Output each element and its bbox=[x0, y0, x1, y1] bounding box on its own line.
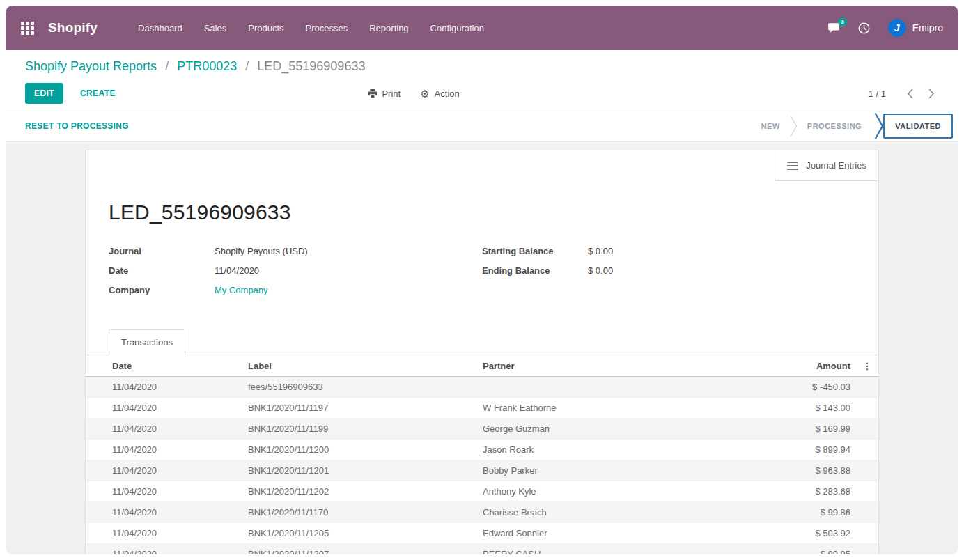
row-spacer-cell bbox=[856, 440, 878, 460]
cell-date: 11/04/2020 bbox=[86, 460, 242, 481]
cell-amount: $ 283.68 bbox=[724, 481, 856, 502]
tab-transactions[interactable]: Transactions bbox=[109, 329, 185, 355]
journal-field-label: Journal bbox=[109, 246, 215, 257]
cell-amount: $ 99.86 bbox=[724, 502, 856, 523]
edit-button[interactable]: EDIT bbox=[25, 83, 63, 104]
cell-label: BNK1/2020/11/1205 bbox=[242, 523, 477, 544]
cell-partner bbox=[477, 377, 724, 398]
activity-clock-icon[interactable] bbox=[858, 22, 870, 34]
menu-item-configuration[interactable]: Configuration bbox=[430, 23, 484, 33]
avatar: J bbox=[888, 19, 906, 37]
row-spacer-cell bbox=[856, 398, 878, 419]
cell-partner: Edward Sonnier bbox=[477, 523, 724, 544]
cell-amount: $ 899.94 bbox=[724, 440, 856, 460]
transactions-table: Date Label Partner Amount ⋮ 11/04/2020fe… bbox=[86, 355, 878, 554]
table-row[interactable]: 11/04/2020BNK1/2020/11/1199George Guzman… bbox=[86, 419, 878, 440]
menu-item-products[interactable]: Products bbox=[248, 23, 283, 33]
status-step-validated: VALIDATED bbox=[883, 114, 953, 139]
transactions-table-container: Date Label Partner Amount ⋮ 11/04/2020fe… bbox=[86, 355, 878, 554]
cell-date: 11/04/2020 bbox=[86, 440, 242, 460]
gear-icon: ⚙ bbox=[420, 88, 429, 99]
navbar-systray: 3 J Emipro bbox=[827, 19, 943, 37]
cell-label: BNK1/2020/11/1197 bbox=[242, 398, 477, 419]
pager-next-button[interactable] bbox=[924, 87, 939, 100]
user-name: Emipro bbox=[912, 22, 943, 33]
cell-label: fees/55196909633 bbox=[242, 377, 477, 398]
control-panel: Shopify Payout Reports / PTR00023 / LED_… bbox=[6, 50, 958, 111]
table-row[interactable]: 11/04/2020BNK1/2020/11/1202Anthony Kyle$… bbox=[86, 481, 878, 502]
cell-label: BNK1/2020/11/1170 bbox=[242, 502, 477, 523]
menu-item-reporting[interactable]: Reporting bbox=[369, 23, 408, 33]
breadcrumb-separator: / bbox=[245, 59, 249, 73]
apps-grid-icon[interactable] bbox=[21, 22, 34, 35]
column-header-amount[interactable]: Amount bbox=[724, 355, 856, 377]
control-panel-buttons: EDIT CREATE Print ⚙ Action 1 / 1 bbox=[25, 83, 939, 104]
app-window: Shopify Dashboard Sales Products Process… bbox=[6, 6, 958, 554]
create-button[interactable]: CREATE bbox=[76, 88, 120, 99]
date-field-value: 11/04/2020 bbox=[215, 265, 259, 277]
cell-date: 11/04/2020 bbox=[86, 544, 242, 555]
notebook-tabs: Transactions bbox=[86, 329, 878, 355]
table-header-row: Date Label Partner Amount ⋮ bbox=[86, 355, 878, 377]
pager-previous-button[interactable] bbox=[903, 87, 917, 100]
app-brand[interactable]: Shopify bbox=[48, 20, 98, 36]
breadcrumb: Shopify Payout Reports / PTR00023 / LED_… bbox=[25, 59, 939, 74]
cell-date: 11/04/2020 bbox=[86, 523, 242, 544]
breadcrumb-current: LED_55196909633 bbox=[257, 59, 365, 73]
row-spacer-cell bbox=[856, 419, 878, 440]
main-content: Journal Entries LED_55196909633 Journal … bbox=[6, 141, 958, 554]
messages-badge: 3 bbox=[838, 17, 847, 26]
cell-partner: Anthony Kyle bbox=[477, 481, 724, 502]
action-label: Action bbox=[435, 88, 460, 99]
table-row[interactable]: 11/04/2020BNK1/2020/11/1201Bobby Parker$… bbox=[86, 460, 878, 481]
journal-field-value: Shopify Payouts (USD) bbox=[215, 246, 308, 257]
table-row[interactable]: 11/04/2020BNK1/2020/11/1170Charisse Beac… bbox=[86, 502, 878, 523]
menu-item-processes[interactable]: Processes bbox=[306, 23, 348, 33]
column-header-label[interactable]: Label bbox=[242, 355, 477, 377]
cell-label: BNK1/2020/11/1199 bbox=[242, 419, 477, 440]
print-icon bbox=[367, 88, 377, 98]
table-row[interactable]: 11/04/2020fees/55196909633$ -450.03 bbox=[86, 377, 878, 398]
messages-button[interactable]: 3 bbox=[827, 22, 840, 33]
row-spacer-cell bbox=[856, 502, 878, 523]
cell-partner: W Frank Eathorne bbox=[477, 398, 724, 419]
status-step-processing[interactable]: PROCESSING bbox=[795, 122, 874, 130]
print-button[interactable]: Print bbox=[367, 88, 401, 99]
table-row[interactable]: 11/04/2020BNK1/2020/11/1200Jason Roark$ … bbox=[86, 440, 878, 460]
statusbar: RESET TO PROCESSING NEW PROCESSING VALID… bbox=[6, 111, 958, 141]
cell-label: BNK1/2020/11/1201 bbox=[242, 460, 477, 481]
record-fields: Journal Shopify Payouts (USD) Date 11/04… bbox=[109, 246, 855, 304]
status-arrow-highlight-icon bbox=[874, 112, 884, 140]
cell-date: 11/04/2020 bbox=[86, 419, 242, 440]
row-spacer-cell bbox=[856, 523, 878, 544]
cell-amount: $ 99.95 bbox=[724, 544, 856, 555]
company-field-link[interactable]: My Company bbox=[215, 285, 268, 296]
ending-balance-label: Ending Balance bbox=[482, 265, 588, 277]
column-header-date[interactable]: Date bbox=[86, 355, 242, 377]
cell-amount: $ 503.92 bbox=[724, 523, 856, 544]
table-row[interactable]: 11/04/2020BNK1/2020/11/1197W Frank Eatho… bbox=[86, 398, 878, 419]
table-row[interactable]: 11/04/2020BNK1/2020/11/1207PEERY CASH$ 9… bbox=[86, 544, 878, 555]
journal-entries-button[interactable]: Journal Entries bbox=[775, 150, 878, 181]
cell-label: BNK1/2020/11/1202 bbox=[242, 481, 477, 502]
reset-to-processing-button[interactable]: RESET TO PROCESSING bbox=[25, 121, 129, 131]
record-title: LED_55196909633 bbox=[109, 201, 855, 224]
column-header-partner[interactable]: Partner bbox=[477, 355, 724, 377]
hamburger-icon bbox=[787, 162, 798, 170]
fields-left-column: Journal Shopify Payouts (USD) Date 11/04… bbox=[109, 246, 482, 304]
pager: 1 / 1 bbox=[869, 87, 939, 100]
breadcrumb-link-payout-reports[interactable]: Shopify Payout Reports bbox=[25, 59, 157, 73]
table-row[interactable]: 11/04/2020BNK1/2020/11/1205Edward Sonnie… bbox=[86, 523, 878, 544]
breadcrumb-link-record[interactable]: PTR00023 bbox=[177, 59, 237, 73]
cell-partner: George Guzman bbox=[477, 419, 724, 440]
menu-item-dashboard[interactable]: Dashboard bbox=[138, 23, 182, 33]
user-menu[interactable]: J Emipro bbox=[888, 19, 943, 37]
menu-item-sales[interactable]: Sales bbox=[204, 23, 227, 33]
optional-columns-icon[interactable]: ⋮ bbox=[856, 355, 878, 377]
action-button[interactable]: ⚙ Action bbox=[420, 88, 460, 99]
print-label: Print bbox=[382, 88, 401, 99]
control-panel-actions: Print ⚙ Action bbox=[367, 88, 459, 99]
status-step-new[interactable]: NEW bbox=[749, 122, 793, 130]
cell-date: 11/04/2020 bbox=[86, 481, 242, 502]
fields-right-column: Starting Balance $ 0.00 Ending Balance $… bbox=[482, 246, 855, 304]
